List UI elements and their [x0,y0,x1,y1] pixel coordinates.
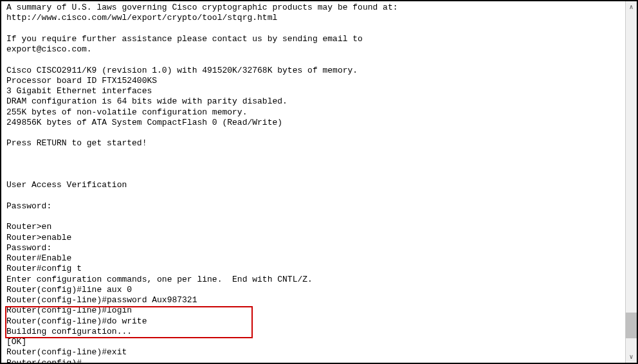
terminal-line: User Access Verification [6,180,620,190]
terminal-line [6,191,620,201]
terminal-line [6,55,620,65]
terminal-line: Password: [6,243,620,253]
terminal-line: export@cisco.com. [6,44,620,55]
terminal-line: A summary of U.S. laws governing Cisco c… [6,3,620,13]
terminal-window: A summary of U.S. laws governing Cisco c… [0,0,638,364]
terminal-line: Password: [6,201,620,212]
terminal-output[interactable]: A summary of U.S. laws governing Cisco c… [1,1,625,363]
terminal-line: Router(config-line)#exit [6,347,620,358]
terminal-line [6,212,620,222]
terminal-line: 3 Gigabit Ethernet interfaces [6,86,620,96]
terminal-line: Router(config-line)#password Aux987321 [6,295,620,305]
scroll-track[interactable] [626,13,637,351]
scroll-down-icon[interactable]: ∨ [626,351,637,363]
terminal-line: 255K bytes of non-volatile configuration… [6,107,620,118]
terminal-line [6,170,620,180]
terminal-line: Router>enable [6,233,620,243]
terminal-line: 249856K bytes of ATA System CompactFlash… [6,118,620,128]
scroll-thumb[interactable] [626,313,637,338]
terminal-line: Router(config)# [6,358,620,363]
terminal-line: Enter configuration commands, one per li… [6,275,620,285]
terminal-line: Router(config-line)#do write [6,316,620,327]
terminal-line: Router>en [6,222,620,232]
terminal-line: Router(config-line)#login [6,305,620,316]
terminal-line: Router#Enable [6,253,620,264]
terminal-line: http://www.cisco.com/wwl/export/crypto/t… [6,13,620,23]
terminal-line: Press RETURN to get started! [6,138,620,149]
terminal-line: DRAM configuration is 64 bits wide with … [6,96,620,107]
terminal-line: Router#config t [6,264,620,274]
terminal-line: Processor board ID FTX152400KS [6,76,620,86]
terminal-line: Cisco CISCO2911/K9 (revision 1.0) with 4… [6,66,620,76]
terminal-line [6,149,620,159]
vertical-scrollbar[interactable]: ∧ ∨ [625,1,637,363]
terminal-line [6,24,620,34]
terminal-line: Router(config)#line aux 0 [6,285,620,295]
terminal-line: If you require further assistance please… [6,34,620,44]
terminal-line [6,128,620,138]
scroll-up-icon[interactable]: ∧ [626,1,637,13]
terminal-line: Building configuration... [6,327,620,337]
terminal-line: [OK] [6,337,620,347]
terminal-line [6,159,620,170]
